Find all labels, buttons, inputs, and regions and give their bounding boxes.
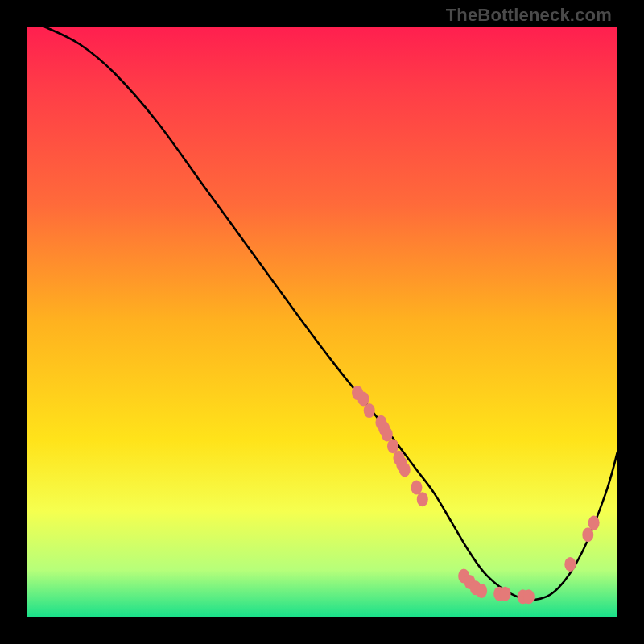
data-point: [500, 587, 511, 601]
data-point: [399, 463, 411, 477]
data-point: [588, 516, 600, 530]
data-point: [417, 492, 428, 506]
figure-frame: TheBottleneck.com: [0, 0, 644, 644]
watermark-text: TheBottleneck.com: [446, 5, 612, 26]
data-point: [564, 557, 576, 572]
data-point: [523, 589, 535, 604]
chart-svg: [27, 27, 617, 617]
plot-area: [27, 27, 617, 617]
data-point: [364, 403, 375, 418]
scatter-points: [352, 386, 600, 604]
curve-line: [44, 27, 617, 600]
data-point: [476, 584, 487, 598]
